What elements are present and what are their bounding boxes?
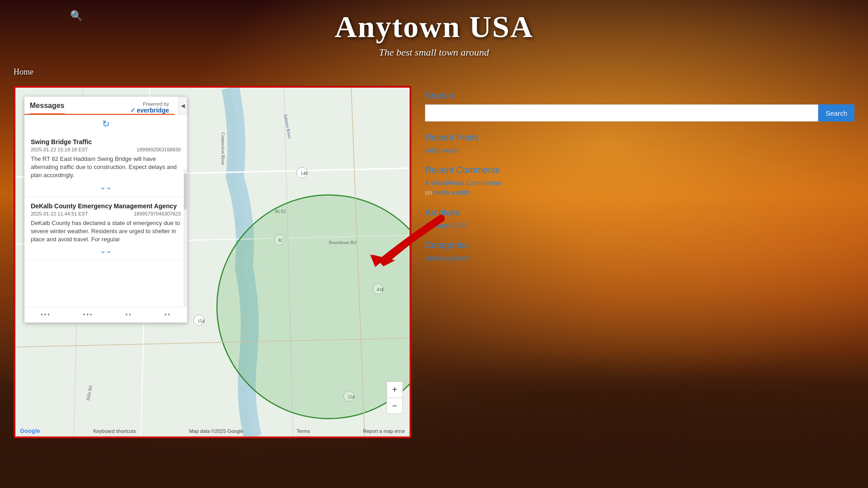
comment-on-1: on xyxy=(425,189,434,196)
message-phone-2: 18995797046307623 xyxy=(134,211,181,216)
bottom-tab-dots-3: •• xyxy=(125,311,132,319)
map-footer: Google Keyboard shortcuts Map data ©2025… xyxy=(20,427,405,434)
search-section-title: Search xyxy=(425,90,854,101)
recent-comments-title: Recent Comments xyxy=(425,165,854,175)
messages-list[interactable]: Swing Bridge Traffic 2025-01-22 15:18:18… xyxy=(24,133,187,307)
powered-by-label: Powered by xyxy=(143,101,169,107)
panel-toggle-button[interactable]: ◀ xyxy=(178,97,187,115)
site-header: Anytown USA The best small town around xyxy=(0,0,868,63)
message-meta-2: 2025-01-22 11:44:51 EST 1899579704630762… xyxy=(31,211,181,216)
messages-header: Messages Powered by ✓ everbridge xyxy=(24,97,175,115)
recent-comment-1: A WordPress Commenter on Hello world! xyxy=(425,179,854,197)
site-title: Anytown USA xyxy=(0,9,868,45)
category-1[interactable]: Uncategorized xyxy=(425,254,854,262)
bottom-tab-3[interactable]: •• xyxy=(125,311,132,319)
archives-section: Archives January 2025 xyxy=(425,207,854,229)
message-expand-1[interactable]: ⌄⌄ xyxy=(31,183,181,191)
ev-check-icon: ✓ xyxy=(130,107,136,114)
scroll-indicator[interactable] xyxy=(184,169,187,307)
messages-bottom-tabs: ••• ••• •• •• xyxy=(24,307,187,323)
powered-by: Powered by ✓ everbridge xyxy=(130,101,169,114)
map-controls: + − xyxy=(387,381,403,414)
nav-home[interactable]: Home xyxy=(14,67,33,77)
google-logo: Google xyxy=(20,427,40,434)
refresh-icon[interactable]: ↻ xyxy=(102,118,110,129)
map-data-label: Map data ©2025 Google xyxy=(189,428,243,434)
keyboard-shortcuts[interactable]: Keyboard shortcuts xyxy=(93,428,136,434)
panel-header-main: Messages Powered by ✓ everbridge xyxy=(24,97,175,115)
archive-1[interactable]: January 2025 xyxy=(425,221,854,229)
report-error-link[interactable]: Report a map error xyxy=(363,428,405,434)
message-meta-1: 2025-01-22 15:18:18 EST 1899992063168830 xyxy=(31,147,181,152)
sidebar-search-form: Search xyxy=(425,104,854,122)
message-date-2: 2025-01-22 11:44:51 EST xyxy=(31,211,88,216)
everbridge-logo: ✓ everbridge xyxy=(130,107,169,114)
sidebar: Search Search Recent Posts Hello world! … xyxy=(425,86,854,488)
terms-link[interactable]: Terms xyxy=(297,428,310,434)
message-item-2[interactable]: DeKalb County Emergency Management Agenc… xyxy=(24,197,187,261)
map-widget-wrapper: Rt 154 Rt 82 Boardman Rd Connecticut Riv… xyxy=(14,86,411,438)
archives-title: Archives xyxy=(425,207,854,218)
message-expand-2[interactable]: ⌄⌄ xyxy=(31,246,181,255)
svg-text:149: 149 xyxy=(301,171,307,176)
message-body-1: The RT 82 East Haddam Swing Bridge will … xyxy=(31,155,181,180)
navigation-bar: Home xyxy=(0,63,868,81)
search-input[interactable] xyxy=(425,104,818,122)
panel-header-row: Messages Powered by ✓ everbridge ◀ xyxy=(24,97,187,115)
message-body-2: DeKalb County has declared a state of em… xyxy=(31,219,181,244)
search-button[interactable]: Search xyxy=(818,104,854,122)
svg-text:154: 154 xyxy=(198,319,204,324)
comment-author-1[interactable]: A WordPress Commenter xyxy=(425,179,854,187)
scroll-thumb xyxy=(184,174,187,210)
bottom-tab-dots-1: ••• xyxy=(40,311,51,319)
bottom-tab-1[interactable]: ••• xyxy=(40,311,51,319)
header-search-icon[interactable]: 🔍 xyxy=(70,10,82,22)
bottom-tab-dots-4: •• xyxy=(164,311,171,319)
recent-comments-section: Recent Comments A WordPress Commenter on… xyxy=(425,165,854,197)
messages-panel: Messages Powered by ✓ everbridge ◀ ↻ xyxy=(24,97,187,323)
bottom-tab-2[interactable]: ••• xyxy=(83,311,93,319)
categories-title: Categories xyxy=(425,240,854,250)
recent-post-1[interactable]: Hello world! xyxy=(425,146,854,154)
everbridge-label: everbridge xyxy=(137,107,169,114)
sidebar-search-section: Search Search xyxy=(425,90,854,122)
bottom-tab-dots-2: ••• xyxy=(83,311,93,319)
categories-section: Categories Uncategorized xyxy=(425,240,854,262)
message-item[interactable]: Swing Bridge Traffic 2025-01-22 15:18:18… xyxy=(24,133,187,197)
zoom-out-button[interactable]: − xyxy=(387,398,403,414)
recent-posts-title: Recent Posts xyxy=(425,132,854,143)
messages-refresh: ↻ xyxy=(24,115,187,133)
comment-post-1[interactable]: Hello world! xyxy=(434,188,469,196)
bottom-tab-4[interactable]: •• xyxy=(164,311,171,319)
recent-posts-section: Recent Posts Hello world! xyxy=(425,132,854,154)
message-title-1: Swing Bridge Traffic xyxy=(31,138,181,145)
svg-text:Connecticut River: Connecticut River xyxy=(221,132,226,165)
zoom-in-button[interactable]: + xyxy=(387,381,403,398)
message-title-2: DeKalb County Emergency Management Agenc… xyxy=(31,202,181,210)
main-content: Rt 154 Rt 82 Boardman Rd Connecticut Riv… xyxy=(0,81,868,488)
message-phone-1: 1899992063168830 xyxy=(137,147,181,152)
site-tagline: The best small town around xyxy=(0,47,868,58)
message-date-1: 2025-01-22 15:18:18 EST xyxy=(31,147,88,152)
messages-tab[interactable]: Messages xyxy=(30,102,65,114)
